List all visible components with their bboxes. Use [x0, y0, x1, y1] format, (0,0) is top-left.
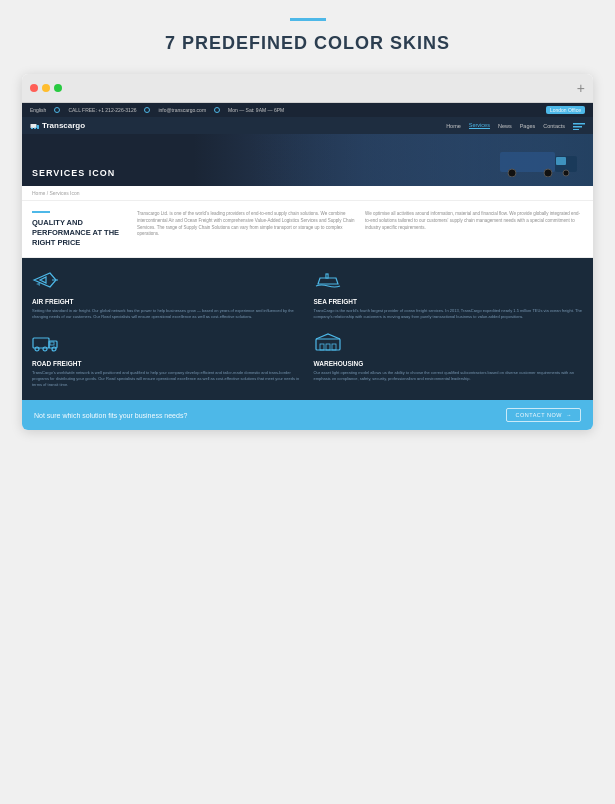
services-section: AIR FREIGHT Setting the standard in air …	[22, 258, 593, 400]
road-text: TransCargo's worldwide network is well p…	[32, 370, 302, 388]
svg-rect-10	[556, 157, 566, 165]
ship-icon	[314, 270, 342, 290]
london-btn[interactable]: London Office	[546, 106, 585, 114]
top-section: 7 PREDEFINED COLOR SKINS	[0, 0, 615, 64]
topbar-phone-icon	[54, 107, 60, 113]
topbar-hours: Mon — Sat: 9AM — 6PM	[228, 107, 284, 113]
browser-chrome: +	[22, 74, 593, 103]
truck-icon	[32, 332, 60, 352]
cta-bar: Not sure which solution fits your busine…	[22, 400, 593, 430]
topbar-left: English CALL FREE: +1 212-226-3126 info@…	[30, 107, 284, 113]
svg-rect-6	[573, 126, 582, 128]
cta-button[interactable]: CONTACT NOW →	[506, 408, 581, 422]
dot-green[interactable]	[54, 84, 62, 92]
logo-text: Transcargo	[42, 121, 85, 130]
site-topbar: English CALL FREE: +1 212-226-3126 info@…	[22, 103, 593, 117]
service-sea: SEA FREIGHT TransCargo is the world's fo…	[314, 270, 584, 320]
browser-dots	[30, 84, 62, 92]
svg-rect-0	[31, 124, 37, 128]
quality-right: We optimise all activities around inform…	[365, 211, 583, 247]
logo-svg	[30, 122, 40, 129]
cta-text: Not sure which solution fits your busine…	[34, 412, 187, 419]
service-road: ROAD FREIGHT TransCargo's worldwide netw…	[32, 332, 302, 388]
hero-truck-svg	[498, 142, 588, 177]
topbar-phone: CALL FREE: +1 212-226-3126	[68, 107, 136, 113]
svg-rect-5	[573, 123, 585, 125]
nav-news[interactable]: News	[498, 123, 512, 129]
top-divider	[290, 18, 326, 21]
warehouse-title: WAREHOUSING	[314, 360, 584, 367]
quality-left: QUALITY AND PERFORMANCE AT THE RIGHT PRI…	[32, 211, 127, 247]
sea-title: SEA FREIGHT	[314, 298, 584, 305]
sea-text: TransCargo is the world's fourth largest…	[314, 308, 584, 320]
topbar-lang[interactable]: English	[30, 107, 46, 113]
nav-icon	[573, 122, 585, 130]
cta-arrow-icon: →	[566, 412, 572, 418]
nav-pages[interactable]: Pages	[520, 123, 536, 129]
dot-red[interactable]	[30, 84, 38, 92]
svg-point-11	[508, 169, 516, 177]
page-wrapper: 7 PREDEFINED COLOR SKINS + English CALL …	[0, 0, 615, 430]
site-hero: SERVICES ICON	[22, 134, 593, 186]
browser-plus-icon[interactable]: +	[577, 80, 585, 96]
svg-rect-16	[33, 338, 49, 348]
services-grid: AIR FREIGHT Setting the standard in air …	[32, 270, 583, 388]
nav-services[interactable]: Services	[469, 122, 490, 129]
main-title: 7 PREDEFINED COLOR SKINS	[0, 33, 615, 54]
svg-point-13	[563, 170, 569, 176]
svg-rect-23	[320, 344, 324, 350]
topbar-email-icon	[144, 107, 150, 113]
topbar-hours-icon	[214, 107, 220, 113]
hero-text: SERVICES ICON	[32, 168, 115, 178]
quality-section: QUALITY AND PERFORMANCE AT THE RIGHT PRI…	[22, 201, 593, 258]
quality-accent	[32, 211, 50, 213]
road-title: ROAD FREIGHT	[32, 360, 302, 367]
nav-contacts[interactable]: Contacts	[543, 123, 565, 129]
warehouse-text: Our asset light operating model allows u…	[314, 370, 584, 382]
nav-home[interactable]: Home	[446, 123, 461, 129]
browser-mockup: + English CALL FREE: +1 212-226-3126 inf…	[22, 74, 593, 430]
svg-rect-7	[573, 129, 579, 130]
quality-text2: We optimise all activities around inform…	[365, 211, 583, 231]
breadcrumb-path: Home / Services Icon	[32, 190, 80, 196]
warehouse-icon	[314, 332, 342, 352]
site-nav-links: Home Services News Pages Contacts	[446, 122, 585, 130]
site-navbar: Transcargo Home Services News Pages Cont…	[22, 117, 593, 134]
air-text: Setting the standard in air freight. Our…	[32, 308, 302, 320]
service-warehouse: WAREHOUSING Our asset light operating mo…	[314, 332, 584, 388]
dot-yellow[interactable]	[42, 84, 50, 92]
service-air: AIR FREIGHT Setting the standard in air …	[32, 270, 302, 320]
svg-rect-18	[50, 342, 54, 345]
quality-text1: Transcargo Ltd. is one of the world's le…	[137, 211, 355, 238]
svg-rect-24	[326, 344, 330, 350]
svg-point-12	[544, 169, 552, 177]
quality-title: QUALITY AND PERFORMANCE AT THE RIGHT PRI…	[32, 218, 127, 247]
cta-button-label: CONTACT NOW	[515, 412, 562, 418]
topbar-email: info@transcargo.com	[158, 107, 206, 113]
site-breadcrumb: Home / Services Icon	[22, 186, 593, 201]
topbar-right: London Office	[546, 106, 585, 114]
svg-rect-25	[332, 344, 336, 350]
svg-rect-15	[326, 274, 328, 278]
plane-icon	[32, 270, 60, 290]
air-title: AIR FREIGHT	[32, 298, 302, 305]
site-logo: Transcargo	[30, 121, 85, 130]
quality-middle: Transcargo Ltd. is one of the world's le…	[137, 211, 355, 247]
